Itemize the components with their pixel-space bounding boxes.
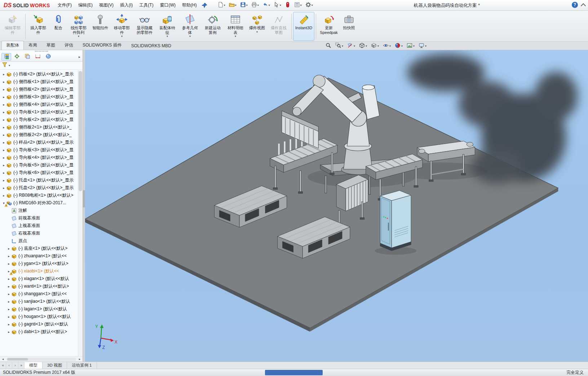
tree-item[interactable]: ▸(-) dabi<1> (默认<<默认>: [1, 328, 78, 336]
tree-item[interactable]: ▸(-) zhuanpan<1> (默认<<: [1, 252, 78, 260]
tree-item[interactable]: ▸(-) 样品<2> (默认<<默认>_显示: [1, 139, 78, 146]
tree-item[interactable]: A注解: [1, 207, 78, 214]
orientation-triad[interactable]: Y X Z: [95, 324, 118, 350]
expander-icon[interactable]: ▸: [1, 156, 6, 159]
expander-icon[interactable]: ▸: [6, 292, 11, 296]
ribbon-button-13[interactable]: Instant3D: [293, 12, 314, 41]
hide-show-items-button[interactable]: ▾: [382, 42, 392, 50]
tree-item[interactable]: ▸(-) gagnti<1> (默认<<默认: [1, 320, 78, 328]
tree-horizontal-scrollbar[interactable]: ◂ ▸: [0, 356, 83, 362]
display-manager-tab[interactable]: [43, 53, 53, 61]
hscroll-thumb[interactable]: [7, 358, 28, 360]
expander-icon[interactable]: ▸: [1, 163, 6, 167]
dropdown-caret-icon[interactable]: ▾: [342, 44, 343, 48]
dropdown-caret-icon[interactable]: ▾: [280, 4, 281, 7]
ribbon-button-1[interactable]: 插入零部件: [27, 12, 49, 41]
tree-item[interactable]: ▸(-) 导向板<6> (默认<<默认>_显: [1, 169, 78, 176]
new-document-button[interactable]: ▾: [216, 1, 227, 10]
rebuild-button[interactable]: [283, 1, 292, 10]
dropdown-caret-icon[interactable]: ▾: [377, 44, 379, 48]
tree-item[interactable]: ▸(-) xiagan<1> (默认<<默认: [1, 275, 78, 283]
tree-item[interactable]: ▸(-) 侧挡板2<1> (默认<<默认>_: [1, 123, 78, 131]
tree-vertical-scrollbar[interactable]: [78, 70, 83, 356]
expander-icon[interactable]: ▸: [1, 179, 6, 182]
ribbon-button-8[interactable]: 参考几何体▾: [179, 12, 201, 41]
ribbon-button-14[interactable]: 更新 Speedpak: [318, 12, 340, 41]
tree-item[interactable]: ▸(-) 导向板<3> (默认<<默认>_显: [1, 146, 78, 154]
dropdown-caret-icon[interactable]: ▾: [311, 4, 313, 7]
section-view-button[interactable]: ▾: [346, 42, 356, 50]
tree-item[interactable]: ▸(-) shanggan<1> (默认<<: [1, 290, 78, 298]
expander-icon[interactable]: ▸: [6, 277, 11, 281]
ribbon-button-3[interactable]: 线性零部件阵列▾: [67, 12, 90, 41]
save-button[interactable]: ▾: [239, 1, 249, 10]
expander-icon[interactable]: ▸: [1, 194, 6, 197]
tree-item[interactable]: ▸(-) 挡板<2> (默认<<默认>_显示: [1, 70, 78, 78]
select-cursor-button[interactable]: ▾: [272, 1, 283, 10]
filter-icon[interactable]: [2, 62, 8, 69]
menu-item[interactable]: 窗口(W): [157, 0, 179, 10]
expander-icon[interactable]: ▸: [1, 171, 6, 175]
scroll-left-icon[interactable]: ◂: [0, 357, 6, 361]
print-button[interactable]: ▾: [250, 1, 260, 10]
undo-button[interactable]: ▾: [261, 1, 271, 10]
electrical-cabinet[interactable]: [380, 191, 411, 251]
ribbon-button-0[interactable]: 编辑零部件: [1, 12, 24, 41]
graphics-viewport[interactable]: Y X Z: [85, 50, 588, 362]
tree-item[interactable]: ▸(-) 底座<1> (默认<<默认>: [1, 245, 78, 252]
ribbon-button-6[interactable]: 显示隐藏的零部件: [133, 12, 156, 41]
feature-manager-tab[interactable]: [1, 53, 11, 61]
tree-item[interactable]: 原点: [1, 237, 78, 245]
dropdown-caret-icon[interactable]: ▾: [425, 44, 426, 48]
doc-tab-nav-icon[interactable]: ‹: [6, 362, 12, 369]
menu-item[interactable]: 视图(V): [96, 0, 117, 10]
tree-item[interactable]: ▸(-) hougan<1> (默认<<默认: [1, 313, 78, 320]
hscroll-track[interactable]: [6, 358, 76, 361]
menu-item[interactable]: 编辑(E): [75, 0, 96, 10]
expander-icon[interactable]: ▸: [6, 262, 11, 266]
expander-icon[interactable]: ▸: [6, 315, 11, 319]
tree-item[interactable]: ▸(-) wanti<1> (默认<<默认>: [1, 283, 78, 290]
dropdown-caret-icon[interactable]: ▾: [235, 35, 236, 38]
dropdown-caret-icon[interactable]: ▾: [78, 35, 79, 38]
tree-item[interactable]: ▸(-) 侧挡板2<2> (默认<<默认>_: [1, 131, 78, 139]
expander-icon[interactable]: ▸: [6, 254, 11, 258]
dropdown-caret-icon[interactable]: ▾: [269, 4, 270, 7]
tab-0[interactable]: 装配体: [1, 41, 24, 50]
options-gear-button[interactable]: ▾: [304, 1, 314, 10]
scroll-right-icon[interactable]: ▸: [77, 357, 83, 361]
tree-item[interactable]: 前视基准面: [1, 214, 78, 222]
property-manager-tab[interactable]: [12, 53, 22, 61]
expander-icon[interactable]: ▸: [6, 247, 11, 250]
expander-icon[interactable]: ▸: [1, 118, 6, 122]
tree-item[interactable]: ▸(-) xiaobi<1> (默认<<: [1, 267, 78, 275]
dropdown-caret-icon[interactable]: ▾: [257, 4, 259, 7]
ribbon-button-7[interactable]: 装配体特征▾: [156, 12, 178, 41]
display-style-button[interactable]: ▾: [370, 42, 380, 50]
expander-icon[interactable]: ▸: [1, 95, 6, 99]
ribbon-button-15[interactable]: 拍快照: [340, 12, 358, 41]
help-icon[interactable]: ?: [572, 2, 578, 8]
view-settings-button[interactable]: ▾: [418, 42, 427, 50]
doc-tab-0[interactable]: 模型: [25, 362, 43, 369]
tree-item[interactable]: ▸(-) 侧挡板<3> (默认<<默认>_显: [1, 93, 78, 101]
tree-item[interactable]: ▸(-) lagan<1> (默认<<默认: [1, 305, 78, 313]
view-orientation-button[interactable]: ▾: [358, 42, 368, 50]
expander-icon[interactable]: ▸: [1, 186, 6, 190]
expander-icon[interactable]: ▸: [1, 73, 6, 76]
dropdown-caret-icon[interactable]: ▾: [246, 4, 248, 7]
ribbon-button-5[interactable]: 移动零部件▾: [111, 12, 133, 41]
tree-item[interactable]: ▸(-) ygan<1> (默认<<默认>: [1, 260, 78, 267]
dropdown-caret-icon[interactable]: ▾: [121, 35, 123, 38]
expander-icon[interactable]: ▸: [1, 80, 6, 84]
dropdown-caret-icon[interactable]: ▾: [235, 4, 236, 7]
tree-item[interactable]: ▸(-) sanjiao<1> (默认<<默认: [1, 298, 78, 305]
expander-icon[interactable]: ▸: [1, 148, 6, 152]
tree-item[interactable]: ▸(-) 导向板<1> (默认<<默认>_显: [1, 108, 78, 116]
file-properties-button[interactable]: ▾: [293, 1, 303, 10]
tree-item[interactable]: ▸(-) 导向板<5> (默认<<默认>_显: [1, 161, 78, 169]
tree-item[interactable]: ▾(-) RMD160-对外3D-2017...: [1, 199, 78, 207]
expander-icon[interactable]: ▸: [1, 88, 6, 91]
tree-item[interactable]: 上视基准面: [1, 222, 78, 229]
doc-tab-nav-icon[interactable]: »: [18, 362, 25, 369]
